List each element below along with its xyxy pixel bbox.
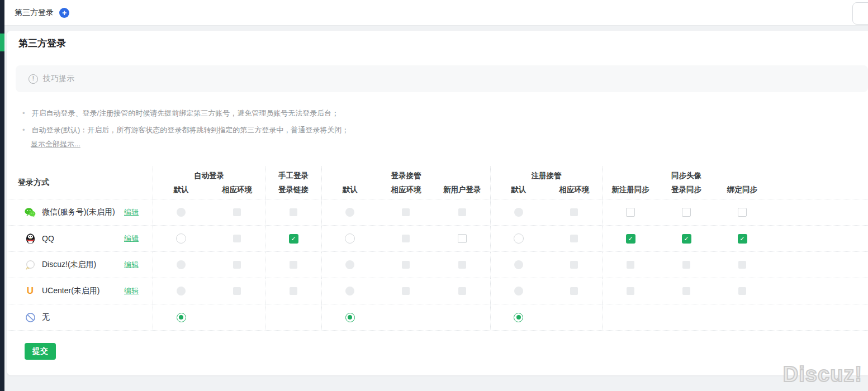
- topbar-overflow-button[interactable]: [852, 2, 868, 25]
- show-all-tips-link[interactable]: 显示全部提示...: [31, 139, 80, 150]
- login-method: Discuz!(未启用): [25, 259, 124, 270]
- group-subheaders: 登录链接: [265, 181, 321, 199]
- tab-third-party-login[interactable]: 第三方登录 +: [15, 0, 69, 25]
- radio-disabled: [514, 208, 523, 217]
- settings-card: 第三方登录 ! 技巧提示 •开启自动登录、登录/注册接管的时候请先提前绑定第三方…: [7, 31, 868, 375]
- column-header: 新注册同步: [603, 185, 658, 195]
- radio-checked[interactable]: [177, 313, 186, 322]
- column-header: 新用户登录: [434, 185, 490, 195]
- group-header-label: 注册接管: [491, 166, 602, 181]
- checkbox-unchecked[interactable]: [738, 208, 747, 217]
- app-root: 第三方登录 + 第三方登录 ! 技巧提示 •开启自动登录、登录/注册接管的时候请…: [0, 0, 868, 391]
- login-method: 微信(服务号)(未启用): [25, 207, 124, 218]
- cell: [491, 260, 547, 269]
- checkbox-unchecked[interactable]: [682, 208, 691, 217]
- header-group: 同步头像新注册同步登录同步绑定同步: [602, 166, 868, 199]
- cell: [322, 287, 378, 295]
- cell-group: [321, 278, 490, 304]
- checkbox-disabled: [402, 261, 410, 269]
- table-row: UUCenter(未启用)编辑: [7, 278, 868, 304]
- column-header-login-method: 登录方式: [7, 166, 153, 199]
- cell: [378, 235, 434, 242]
- cell: [714, 287, 770, 295]
- cell: [265, 287, 321, 295]
- cell-group: [602, 252, 868, 278]
- checkbox-disabled: [682, 261, 690, 269]
- cell-group: [321, 304, 490, 330]
- table-row: 无: [7, 304, 868, 331]
- radio-checked[interactable]: [514, 313, 523, 322]
- sidebar-active-indicator: [0, 34, 4, 51]
- column-header: 默认: [153, 185, 209, 195]
- cell: [603, 234, 658, 244]
- checkbox-checked[interactable]: [738, 234, 747, 244]
- login-settings-table: 登录方式自动登录默认相应环境手工登录登录链接登录接管默认相应环境新用户登录注册接…: [7, 166, 868, 331]
- edit-link[interactable]: 编辑: [124, 207, 139, 217]
- login-method-name: QQ: [42, 234, 54, 243]
- topbar: 第三方登录 +: [4, 0, 868, 26]
- tip-item: •开启自动登录、登录/注册接管的时候请先提前绑定第三方账号，避免管理员账号无法登…: [22, 105, 868, 122]
- login-method: UUCenter(未启用): [25, 285, 124, 297]
- checkbox-disabled: [570, 261, 578, 269]
- checkbox-disabled: [570, 208, 578, 216]
- radio-checked[interactable]: [345, 313, 355, 322]
- login-method: QQ: [25, 233, 124, 244]
- cell: [378, 287, 434, 295]
- wechat-icon: [25, 207, 36, 218]
- group-header-label: 登录接管: [322, 166, 490, 181]
- column-header: 绑定同步: [714, 185, 770, 195]
- cell-group: [602, 199, 868, 225]
- edit-link[interactable]: 编辑: [124, 260, 139, 270]
- checkbox-unchecked[interactable]: [458, 234, 467, 243]
- login-method-cell: UUCenter(未启用)编辑: [7, 278, 153, 304]
- cell-group: [490, 278, 602, 304]
- checkbox-disabled: [627, 287, 634, 295]
- edit-link[interactable]: 编辑: [124, 286, 139, 296]
- cell: [547, 287, 603, 295]
- column-header: 相应环境: [547, 185, 603, 195]
- cell: [322, 313, 378, 322]
- add-tab-button[interactable]: +: [59, 8, 69, 18]
- checkbox-unchecked[interactable]: [626, 208, 635, 217]
- checkbox-checked[interactable]: [289, 234, 298, 244]
- table-row: QQ编辑: [7, 226, 868, 252]
- cell: [209, 261, 265, 269]
- page-title: 第三方登录: [7, 31, 868, 50]
- cell: [714, 208, 770, 217]
- tab-label: 第三方登录: [15, 8, 54, 18]
- qq-icon: [25, 233, 36, 244]
- edit-link[interactable]: 编辑: [124, 233, 139, 244]
- cell: [547, 235, 603, 242]
- cell-group: [602, 304, 868, 330]
- header-group: 手工登录登录链接: [265, 166, 321, 199]
- cell-group: [153, 252, 265, 278]
- checkbox-disabled: [233, 261, 241, 269]
- login-method: 无: [25, 312, 139, 323]
- radio-disabled: [345, 208, 354, 217]
- cell: [322, 208, 378, 217]
- radio-unchecked[interactable]: [345, 233, 355, 244]
- cell: [322, 260, 378, 269]
- submit-button[interactable]: 提交: [25, 343, 56, 360]
- cell-group: [490, 199, 602, 225]
- column-header: 默认: [322, 185, 378, 195]
- group-subheaders: 默认相应环境: [491, 181, 602, 199]
- radio-unchecked[interactable]: [514, 233, 524, 244]
- checkbox-checked[interactable]: [626, 234, 635, 244]
- header-group: 自动登录默认相应环境: [153, 166, 265, 199]
- checkbox-checked[interactable]: [682, 234, 691, 244]
- radio-unchecked[interactable]: [176, 233, 186, 244]
- cell: [153, 208, 209, 217]
- checkbox-disabled: [570, 287, 578, 295]
- cell-group: [265, 304, 321, 330]
- group-subheaders: 默认相应环境: [153, 181, 265, 199]
- cell: [658, 261, 714, 269]
- sidebar-collapsed[interactable]: [0, 0, 4, 391]
- cell: [209, 208, 265, 216]
- login-method-cell: 微信(服务号)(未启用)编辑: [7, 199, 153, 225]
- cell: [434, 261, 490, 269]
- cell: [322, 233, 378, 244]
- cell-group: [602, 226, 868, 251]
- cell: [153, 233, 209, 244]
- cell: [547, 208, 603, 216]
